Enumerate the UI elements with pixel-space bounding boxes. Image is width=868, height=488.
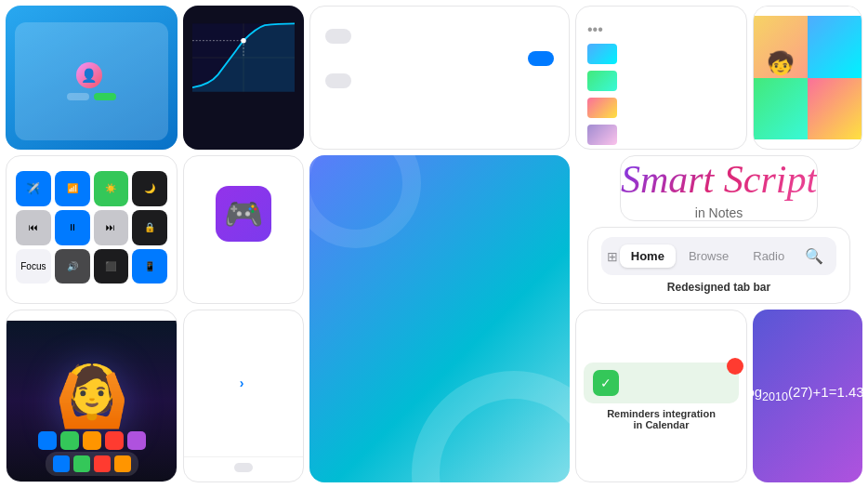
photos-grid: 🧒 — [754, 16, 861, 139]
cc-extra-btn[interactable]: 📱 — [132, 249, 167, 284]
dock-icon-4 — [114, 455, 131, 472]
photos-card: 🧒 — [753, 6, 862, 150]
ff-thumb-4 — [587, 125, 617, 145]
math-formula: log2010(27)+1=1.433 — [753, 384, 862, 403]
ipados-arc — [412, 371, 570, 482]
tabbar-bar: ⊞ Home Browse Radio 🔍 — [601, 237, 836, 275]
tabbar-label: Redesigned tab bar — [601, 281, 836, 294]
cc-wifi-btn[interactable]: ✈️ — [16, 171, 51, 206]
ff-item-3 — [587, 98, 735, 118]
dock-icon-3 — [94, 455, 111, 472]
shareplay-card: 👤 — [6, 6, 178, 150]
gamemode-card: 🎮 — [183, 155, 304, 304]
cc-volume-btn[interactable]: 🔊 — [55, 249, 90, 284]
hs3-app-5 — [127, 431, 146, 450]
gamemode-icon: 🎮 — [216, 186, 271, 242]
photo-4 — [808, 78, 861, 140]
ff-thumb-1 — [587, 44, 617, 64]
sp-avatar: 👤 — [76, 62, 102, 88]
homescreen-card: 🙆 — [6, 310, 178, 482]
sp-deny-button[interactable] — [67, 93, 89, 100]
shareplay-dialog: 👤 — [15, 22, 168, 140]
sp-allow-button[interactable] — [94, 93, 116, 100]
ipados-card — [309, 155, 570, 482]
cc-bt-btn[interactable]: 📶 — [55, 171, 90, 206]
hs3-app-3 — [83, 431, 101, 450]
hs3-app-row — [38, 431, 146, 450]
control-grid: ✈️ 📶 ☀️ 🌙 ⏮ ⏸ ⏭ 🔒 Focus 🔊 ⬛ 📱 — [16, 171, 167, 284]
sp-avatar-row: 👤 — [76, 62, 108, 88]
smartscript-card: Smart Script in Notes ⊞ Home Browse Radi… — [575, 155, 862, 304]
emoji-tapbacks-section — [184, 456, 303, 481]
search-icon[interactable]: 🔍 — [797, 243, 831, 270]
cc-brightness-btn[interactable]: ☀️ — [94, 171, 129, 206]
hs3-dock — [46, 452, 138, 476]
freeform-dots: ••• — [587, 21, 735, 38]
reminders-badge — [727, 358, 743, 375]
ff-item-2 — [587, 71, 735, 91]
chat-messages — [325, 29, 554, 88]
homescreen-person: 🙆 — [55, 362, 129, 431]
reminders-label: Reminders integrationin Calendar — [607, 408, 716, 430]
graphing-svg — [192, 20, 295, 95]
cc-lock-btn[interactable]: 🔒 — [132, 210, 167, 245]
photos-header — [754, 7, 861, 16]
ff-item-4 — [587, 125, 735, 145]
tab-browse[interactable]: Browse — [677, 244, 740, 268]
control-center-card: ✈️ 📶 ☀️ 🌙 ⏮ ⏸ ⏭ 🔒 Focus 🔊 ⬛ 📱 — [6, 155, 178, 304]
reminders-card: ✓ Reminders integrationin Calendar — [575, 310, 747, 482]
sp-button-row — [67, 93, 116, 100]
freeform-card: ••• — [575, 6, 747, 150]
photo-1: 🧒 — [754, 16, 808, 78]
cc-next-btn[interactable]: ⏭ — [94, 210, 129, 245]
texteffects-card — [309, 6, 570, 150]
photos-footer — [754, 139, 861, 149]
ff-thumb-3 — [587, 98, 617, 118]
cc-music-btn[interactable]: ⏮ — [16, 210, 51, 245]
homescreen-bg: 🙆 — [7, 321, 177, 481]
tabbar-inner: ⊞ Home Browse Radio 🔍 Redesigned tab bar — [587, 227, 850, 304]
cc-focus-btn[interactable]: Focus — [16, 249, 51, 284]
chat-msg-2 — [528, 51, 554, 66]
ff-item-1 — [587, 44, 735, 64]
dock-icon-1 — [53, 455, 70, 472]
ff-thumb-2 — [587, 71, 617, 91]
smartscript-title-inner: Smart Script — [621, 157, 817, 202]
tab-radio[interactable]: Radio — [742, 244, 796, 268]
grid-icon: ⊞ — [607, 249, 618, 264]
chevron-icon: › — [240, 376, 244, 390]
svg-point-5 — [241, 38, 246, 44]
collapsible-header-row: › — [240, 376, 248, 390]
dock-icon-2 — [73, 455, 90, 472]
math-card: log2010(27)+1=1.433 — [753, 310, 862, 482]
smartscript-sub-inner: in Notes — [695, 205, 743, 220]
homescreen-title — [7, 310, 177, 321]
emoji-bubble — [234, 463, 253, 472]
graphing-card — [183, 6, 304, 150]
hs3-app-4 — [105, 431, 124, 450]
chat-msg-3 — [325, 73, 351, 88]
photo-person: 🧒 — [767, 50, 795, 76]
ipados-arc2 — [309, 155, 421, 248]
smartscript-inner: Smart Script in Notes — [620, 155, 818, 221]
reminders-icon: ✓ — [593, 370, 619, 396]
hs3-app-2 — [60, 431, 79, 450]
chat-msg-1 — [325, 29, 351, 44]
collapsible-card: › — [183, 310, 304, 482]
photo-2 — [808, 16, 861, 78]
reminders-inner: ✓ — [584, 363, 739, 403]
cc-screen-btn[interactable]: ⬛ — [94, 249, 129, 284]
tab-home[interactable]: Home — [620, 244, 676, 268]
cc-play-btn[interactable]: ⏸ — [55, 210, 90, 245]
cc-dark-btn[interactable]: 🌙 — [132, 171, 167, 206]
freeform-list — [587, 44, 735, 145]
photo-3 — [754, 78, 808, 140]
collapsible-top: › — [184, 310, 303, 456]
hs3-app-1 — [38, 431, 57, 450]
